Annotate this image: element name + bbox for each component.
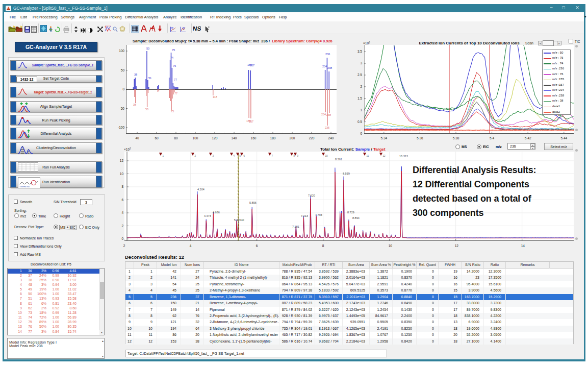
svg-text:75: 75 xyxy=(171,110,174,113)
svg-text:75: 75 xyxy=(172,48,175,52)
svg-text:74: 74 xyxy=(170,56,173,59)
svg-text:234: 234 xyxy=(321,113,326,116)
svg-text:238: 238 xyxy=(326,113,331,116)
svg-text:77: 77 xyxy=(174,92,177,95)
svg-text:Thermo Sci: Thermo Sci xyxy=(19,185,30,188)
svg-text:157: 157 xyxy=(249,120,253,123)
svg-text:157: 157 xyxy=(250,64,254,67)
svg-text:50: 50 xyxy=(146,47,149,50)
svg-text:38: 38 xyxy=(134,73,137,76)
svg-text:234: 234 xyxy=(322,65,327,68)
svg-text:236: 236 xyxy=(325,53,330,56)
svg-text:50: 50 xyxy=(145,108,148,111)
svg-text:236: 236 xyxy=(325,126,329,129)
svg-text:38: 38 xyxy=(133,103,136,106)
svg-text:NS: NS xyxy=(193,25,201,32)
svg-text:238: 238 xyxy=(327,66,332,69)
svg-text:118: 118 xyxy=(213,95,217,99)
svg-text:76: 76 xyxy=(173,64,176,67)
svg-text:51: 51 xyxy=(148,77,151,80)
svg-text:77: 77 xyxy=(174,78,177,81)
